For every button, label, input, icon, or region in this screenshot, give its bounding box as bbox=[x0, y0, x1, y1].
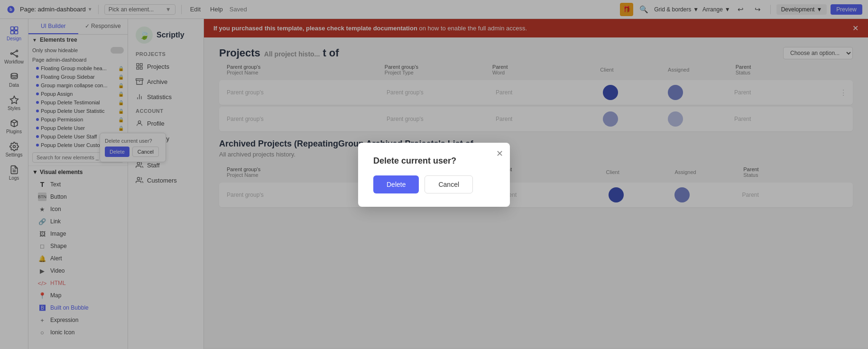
modal-actions: Delete Cancel bbox=[373, 175, 495, 193]
delete-user-modal: Delete current user? ✕ Delete Cancel bbox=[358, 143, 510, 207]
modal-close-button[interactable]: ✕ bbox=[496, 148, 503, 159]
modal-cancel-button[interactable]: Cancel bbox=[425, 175, 473, 193]
modal-overlay[interactable]: Delete current user? ✕ Delete Cancel bbox=[0, 0, 868, 349]
modal-title: Delete current user? bbox=[373, 156, 495, 166]
modal-delete-button[interactable]: Delete bbox=[373, 175, 419, 193]
